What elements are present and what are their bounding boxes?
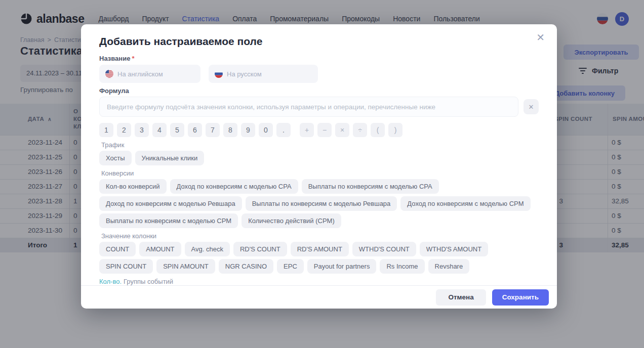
- name-en-input-wrapper: [99, 65, 200, 83]
- section-label: Трафик: [99, 141, 539, 149]
- formula-param-chip[interactable]: Количество действий (CPM): [242, 213, 341, 228]
- formula-param-chip[interactable]: RD'S AMOUNT: [291, 242, 349, 256]
- formula-param-chip[interactable]: WTHD'S AMOUNT: [420, 242, 488, 256]
- modal-title: Добавить настраиваемое поле: [99, 35, 539, 48]
- formula-param-chip[interactable]: Rs Income: [380, 259, 424, 274]
- formula-param-chip[interactable]: COUNT: [99, 242, 136, 256]
- name-ru-input-wrapper: [209, 65, 318, 83]
- operator-key[interactable]: ×: [335, 123, 349, 137]
- formula-param-chip[interactable]: Payout for partners: [307, 259, 377, 274]
- formula-param-chip[interactable]: WTHD'S COUNT: [352, 242, 416, 256]
- chips: Кол-во конверсийДоход по конверсиям с мо…: [99, 179, 539, 228]
- formula-param-chip[interactable]: AMOUNT: [139, 242, 181, 256]
- formula-param-chip[interactable]: RD'S COUNT: [233, 242, 287, 256]
- digit-key[interactable]: 1: [99, 123, 113, 137]
- operator-key[interactable]: (: [371, 123, 385, 137]
- chip-section: Кол-во.Группы событий RegistrationDeposi…: [99, 278, 539, 285]
- modal-footer: Отмена Сохранить: [81, 285, 557, 309]
- section-label-accent: Кол-во.: [99, 278, 122, 285]
- formula-param-chip[interactable]: Revshare: [428, 259, 470, 274]
- formula-field-label: Формула: [99, 87, 539, 95]
- operator-key[interactable]: +: [300, 123, 314, 137]
- formula-param-chip[interactable]: Avg. check: [185, 242, 230, 256]
- section-label: Значение колонки: [99, 232, 539, 240]
- formula-param-chip[interactable]: NGR CASINO: [219, 259, 273, 274]
- digit-key[interactable]: 4: [152, 123, 167, 137]
- chip-section: Трафик ХостыУникальные клики: [99, 141, 539, 165]
- cancel-button[interactable]: Отмена: [436, 289, 486, 306]
- digit-key[interactable]: 7: [206, 123, 220, 137]
- formula-param-chip[interactable]: Доход по конверсиям с моделью CPA: [170, 179, 298, 194]
- formula-param-chip[interactable]: Выплаты по конверсиям с моделью CPM: [99, 213, 238, 228]
- name-ru-input[interactable]: [227, 70, 303, 78]
- formula-param-chip[interactable]: Выплаты по конверсиям с моделью CPA: [302, 179, 439, 194]
- modal-body: Название*: [81, 52, 557, 285]
- chip-section: Конверсии Кол-во конверсийДоход по конве…: [99, 169, 539, 228]
- formula-keypad: 1234567890. +−×÷(): [99, 123, 539, 137]
- section-label: Кол-во.Группы событий: [99, 278, 539, 285]
- modal-header: Добавить настраиваемое поле ✕: [81, 24, 557, 52]
- chip-section: Значение колонки COUNTAMOUNTAvg. checkRD…: [99, 232, 539, 274]
- formula-param-chip[interactable]: Доход по конверсиям с моделью CPM: [400, 196, 530, 211]
- section-label: Конверсии: [99, 169, 539, 177]
- clear-formula-icon[interactable]: ✕: [524, 99, 539, 114]
- ru-flag-icon: [215, 70, 223, 78]
- formula-param-chip[interactable]: Кол-во конверсий: [99, 179, 167, 194]
- formula-param-chip[interactable]: Уникальные клики: [135, 151, 205, 165]
- digit-key[interactable]: .: [276, 123, 291, 137]
- us-flag-icon: [105, 70, 113, 78]
- digit-key[interactable]: 0: [259, 123, 273, 137]
- operator-key[interactable]: −: [317, 123, 332, 137]
- formula-param-chip[interactable]: SPIN AMOUNT: [156, 259, 215, 274]
- chips: ХостыУникальные клики: [99, 151, 539, 165]
- formula-param-chip[interactable]: Выплаты по конверсиям с моделью Ревшара: [246, 196, 397, 211]
- digit-key[interactable]: 6: [188, 123, 202, 137]
- name-inputs-row: [99, 65, 539, 83]
- formula-input[interactable]: [99, 97, 518, 117]
- operator-keys: +−×÷(): [300, 123, 402, 137]
- digit-key[interactable]: 5: [170, 123, 184, 137]
- required-asterisk: *: [132, 55, 134, 62]
- digit-keys: 1234567890.: [99, 123, 291, 137]
- operator-key[interactable]: ): [388, 123, 402, 137]
- digit-key[interactable]: 3: [135, 123, 149, 137]
- parameter-sections: Трафик ХостыУникальные клики Конверсии К…: [99, 141, 539, 285]
- operator-key[interactable]: ÷: [353, 123, 367, 137]
- formula-param-chip[interactable]: SPIN COUNT: [99, 259, 153, 274]
- digit-key[interactable]: 2: [117, 123, 131, 137]
- formula-row: ✕: [99, 97, 539, 117]
- add-custom-field-modal: Добавить настраиваемое поле ✕ Название*: [81, 24, 557, 309]
- chips: COUNTAMOUNTAvg. checkRD'S COUNTRD'S AMOU…: [99, 242, 539, 274]
- digit-key[interactable]: 9: [241, 123, 255, 137]
- formula-param-chip[interactable]: Хосты: [99, 151, 132, 165]
- close-icon[interactable]: ✕: [536, 32, 545, 42]
- save-button[interactable]: Сохранить: [492, 289, 549, 306]
- name-en-input[interactable]: [117, 70, 193, 78]
- formula-param-chip[interactable]: EPC: [277, 259, 304, 274]
- name-field-label: Название*: [99, 55, 539, 62]
- digit-key[interactable]: 8: [223, 123, 237, 137]
- formula-param-chip[interactable]: Доход по конверсиям с моделью Ревшара: [99, 196, 242, 211]
